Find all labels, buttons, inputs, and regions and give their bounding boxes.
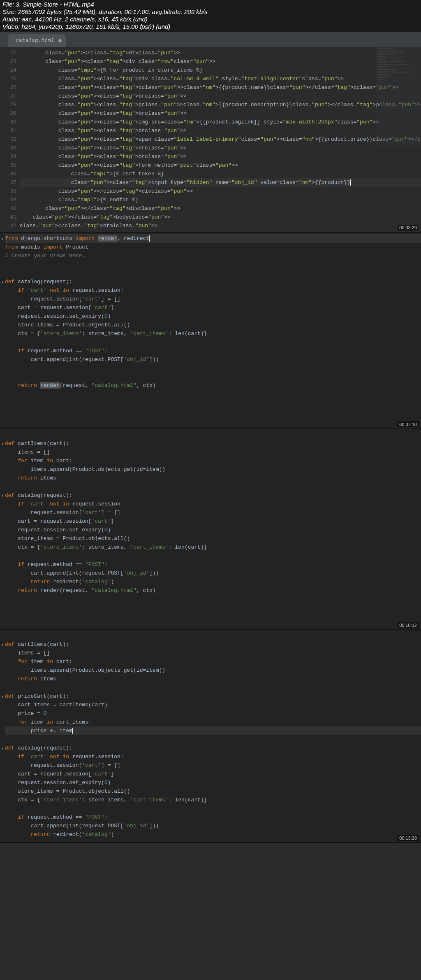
video-timestamp: 00:03:29 [398, 225, 419, 230]
line-number-gutter: 2223242526272829303132333435363738394041… [0, 47, 20, 232]
video-timestamp: 00:07:10 [398, 421, 419, 427]
code-editor-4[interactable]: def cartItems(cart): items = [] for item… [0, 638, 421, 840]
editor-panel-1: catalog.html 222324252627282930313233343… [0, 32, 421, 233]
code-editor-3[interactable]: def cartItems(cart): items = [] for item… [0, 438, 421, 596]
media-file-size: Size: 26657092 bytes (25.42 MiB), durati… [2, 8, 419, 16]
code-editor-1[interactable]: 2223242526272829303132333435363738394041… [0, 47, 421, 232]
fold-gutter[interactable] [0, 233, 5, 391]
media-file-audio: Audio: aac, 44100 Hz, 2 channels, s16, 4… [2, 16, 419, 23]
tab-modified-dot-icon [58, 39, 62, 42]
code-area[interactable]: class="pun"></class="tag">divclass="pun"… [20, 47, 421, 232]
code-area[interactable]: def cartItems(cart): items = [] for item… [5, 438, 421, 596]
tab-bar: catalog.html [0, 32, 421, 47]
fold-gutter[interactable] [0, 638, 5, 840]
media-file-info: File: 3. Simple Store - HTML.mp4 Size: 2… [0, 0, 421, 32]
code-area[interactable]: from django.shortcuts import render, red… [5, 233, 421, 391]
fold-gutter[interactable] [0, 438, 5, 596]
media-file-name: File: 3. Simple Store - HTML.mp4 [2, 1, 419, 8]
editor-panel-3: def cartItems(cart): items = [] for item… [0, 429, 421, 630]
media-file-video: Video: h264, yuv420p, 1280x720, 161 kb/s… [2, 23, 419, 30]
tab-catalog-html[interactable]: catalog.html [8, 34, 66, 47]
code-editor-2[interactable]: from django.shortcuts import render, red… [0, 233, 421, 391]
editor-panel-4: def cartItems(cart): items = [] for item… [0, 630, 421, 843]
editor-panel-2: from django.shortcuts import render, red… [0, 233, 421, 429]
video-timestamp: 00:13:28 [398, 835, 419, 841]
video-timestamp: 00:10:12 [398, 622, 419, 628]
tab-label: catalog.html [16, 37, 54, 44]
code-area[interactable]: def cartItems(cart): items = [] for item… [5, 638, 421, 840]
minimap[interactable] [376, 47, 421, 146]
